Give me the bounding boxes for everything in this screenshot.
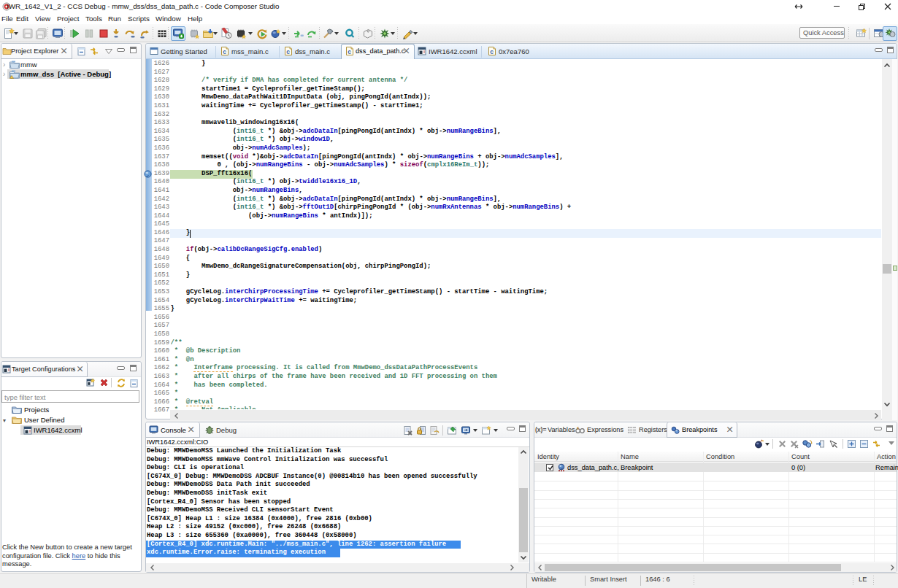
svg-text:c: c — [348, 48, 351, 55]
svg-text:c: c — [223, 48, 226, 55]
svg-text:c: c — [490, 48, 494, 55]
svg-text:c: c — [286, 48, 290, 55]
svg-text:6: 6 — [577, 426, 579, 430]
